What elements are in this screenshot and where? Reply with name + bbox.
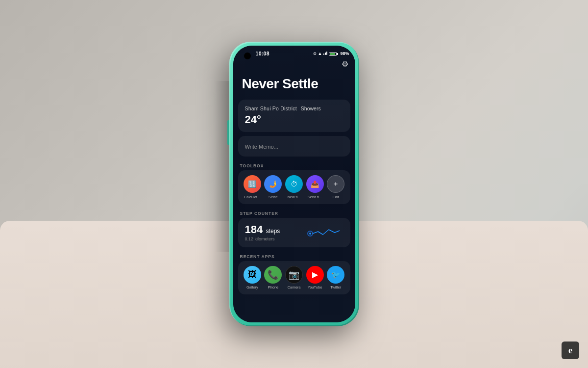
phone-label: Phone: [268, 285, 279, 289]
app-twitter[interactable]: 🐦 Twitter: [327, 266, 344, 289]
gallery-label: Gallery: [246, 285, 258, 289]
gallery-icon: 🖼: [244, 266, 261, 284]
step-counter-widget[interactable]: 184 steps 0.12 kilometers: [238, 218, 350, 247]
recent-apps-row: 🖼 Gallery 📞 Phone: [242, 266, 346, 289]
calculator-icon: 🔢: [244, 175, 261, 193]
phone-shell: 10:08 ⊙ ▲: [229, 42, 359, 326]
wifi-icon: ▲: [318, 51, 322, 56]
signal-icon: [323, 51, 327, 56]
engadget-watermark: e: [562, 342, 579, 359]
camera-icon: 📷: [285, 266, 303, 284]
step-counter-label: STEP COUNTER: [233, 208, 355, 218]
weather-location: Sham Shui Po District: [245, 105, 297, 111]
status-time: 10:08: [256, 51, 270, 56]
battery-percent: 98%: [340, 51, 349, 56]
app-selfie[interactable]: 🤳 Selfie: [264, 175, 282, 199]
twitter-icon: 🐦: [327, 266, 344, 284]
send-file-label: Send fi...: [308, 195, 322, 199]
step-distance: 0.12 kilometers: [245, 237, 304, 241]
weather-condition: Showers: [301, 105, 321, 112]
status-icons: ⊙ ▲: [313, 51, 349, 56]
tagline-heading: Never Settle: [233, 72, 355, 100]
selfie-icon: 🤳: [264, 175, 282, 193]
phone-icon: 📞: [264, 266, 282, 284]
toolbox-apps: 🔢 Calculat... 🤳 Selfie: [242, 175, 346, 199]
battery-icon: [329, 52, 338, 56]
step-chart: [304, 223, 343, 242]
app-gallery[interactable]: 🖼 Gallery: [244, 266, 261, 289]
app-youtube[interactable]: ▶ YouTube: [306, 266, 324, 289]
weather-widget[interactable]: Sham Shui Po District Showers 24°: [238, 100, 350, 132]
selfie-label: Selfie: [269, 195, 278, 199]
phone-wrapper: 10:08 ⊙ ▲: [229, 42, 359, 326]
svg-point-1: [309, 233, 311, 235]
step-info: 184 steps 0.12 kilometers: [245, 223, 304, 241]
app-edit[interactable]: ＋ Edit: [327, 175, 344, 199]
settings-icon-row: ⚙: [233, 58, 355, 72]
timer-label: New ti...: [287, 195, 300, 199]
screen-content: Never Settle Sham Shui Po District Showe…: [233, 72, 355, 322]
camera-label: Camera: [288, 285, 301, 289]
recent-apps-widget: 🖼 Gallery 📞 Phone: [238, 261, 350, 294]
app-camera[interactable]: 📷 Camera: [285, 266, 303, 289]
status-bar: 10:08 ⊙ ▲: [233, 46, 355, 58]
twitter-label: Twitter: [330, 285, 341, 289]
punch-hole-camera: [244, 53, 251, 59]
send-file-icon: 📤: [306, 175, 324, 193]
app-calculator[interactable]: 🔢 Calculat...: [244, 175, 261, 199]
app-send-file[interactable]: 📤 Send fi...: [306, 175, 324, 199]
weather-temperature: 24°: [245, 113, 343, 126]
calculator-label: Calculat...: [244, 195, 260, 199]
timer-icon: ⏱: [285, 175, 303, 193]
location-icon: ⊙: [313, 52, 317, 56]
toolbox-label: TOOLBOX: [233, 160, 355, 170]
app-phone[interactable]: 📞 Phone: [264, 266, 282, 289]
phone-inner: 10:08 ⊙ ▲: [233, 46, 355, 322]
step-count: 184: [245, 223, 263, 236]
toolbox-widget: 🔢 Calculat... 🤳 Selfie: [238, 170, 350, 204]
edit-label: Edit: [333, 195, 339, 199]
app-timer[interactable]: ⏱ New ti...: [285, 175, 303, 199]
memo-placeholder[interactable]: Write Memo...: [245, 144, 278, 150]
settings-icon[interactable]: ⚙: [342, 59, 348, 69]
youtube-icon: ▶: [306, 266, 324, 284]
youtube-label: YouTube: [308, 285, 322, 289]
step-unit: steps: [266, 228, 280, 235]
memo-widget[interactable]: Write Memo...: [238, 136, 350, 157]
volume-button[interactable]: [227, 120, 229, 145]
phone-screen: 10:08 ⊙ ▲: [233, 46, 355, 322]
recent-apps-label: RECENT APPS: [233, 251, 355, 261]
edit-icon: ＋: [327, 175, 344, 193]
